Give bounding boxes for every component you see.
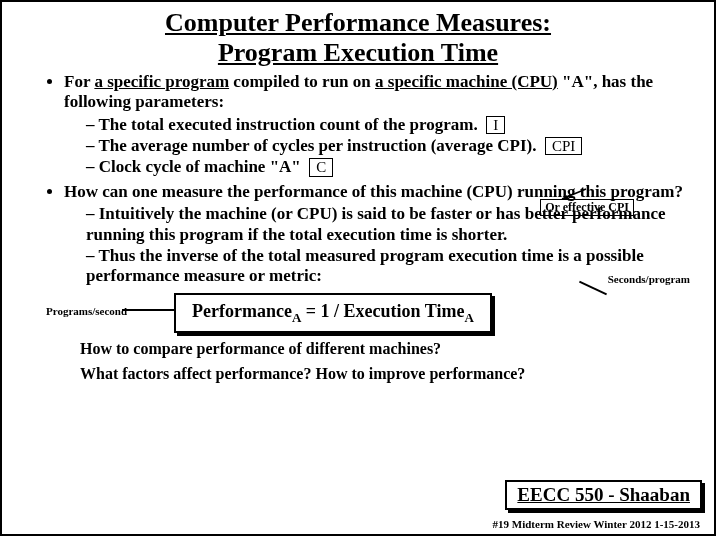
label-programs-second: Programs/second <box>46 305 127 318</box>
title-line2: Program Execution Time <box>218 38 498 67</box>
slide: Computer Performance Measures: Program E… <box>0 0 716 536</box>
dash-3: Clock cycle of machine "A" C <box>86 157 696 177</box>
dash-2: The average number of cycles per instruc… <box>86 136 696 156</box>
dash-1: The total executed instruction count of … <box>86 115 696 135</box>
f-sub2: A <box>464 309 473 324</box>
arrow-left <box>122 309 174 311</box>
d1-text: The total executed instruction count of … <box>98 115 477 134</box>
b1-u1: a specific program <box>94 72 229 91</box>
b1-mid: compiled to run on <box>229 72 375 91</box>
formula-box: PerformanceA = 1 / Execution TimeA <box>174 293 492 333</box>
d2-text: The average number of cycles per instruc… <box>98 136 536 155</box>
f-sub1: A <box>292 309 301 324</box>
c-box: C <box>309 158 333 177</box>
b1-u2: a specific machine (CPU) <box>375 72 558 91</box>
footer-text: #19 Midterm Review Winter 2012 1-15-2013 <box>493 518 700 530</box>
cpi-box: CPI <box>545 137 582 156</box>
formula-row: Programs/second Seconds/program Performa… <box>64 293 696 333</box>
i-box: I <box>486 116 505 135</box>
title-line1: Computer Performance Measures: <box>165 8 551 37</box>
bullet-2: How can one measure the performance of t… <box>64 182 696 287</box>
content: For a specific program compiled to run o… <box>2 72 714 383</box>
b2-text: How can one measure the performance of t… <box>64 182 683 201</box>
question-1: How to compare performance of different … <box>80 339 696 358</box>
dash-5: Thus the inverse of the total measured p… <box>86 246 696 287</box>
bullet-1: For a specific program compiled to run o… <box>64 72 696 178</box>
label-seconds-program: Seconds/program <box>608 273 690 286</box>
course-box: EECC 550 - Shaaban <box>505 480 702 510</box>
f-mid: = 1 / Execution Time <box>301 301 464 321</box>
effective-cpi-note: Or effective CPI <box>540 199 634 216</box>
f-perf: Performance <box>192 301 292 321</box>
d3-text: Clock cycle of machine "A" <box>99 157 301 176</box>
question-2: What factors affect performance? How to … <box>80 364 696 383</box>
b1-pre: For <box>64 72 94 91</box>
slide-title: Computer Performance Measures: Program E… <box>22 8 694 68</box>
